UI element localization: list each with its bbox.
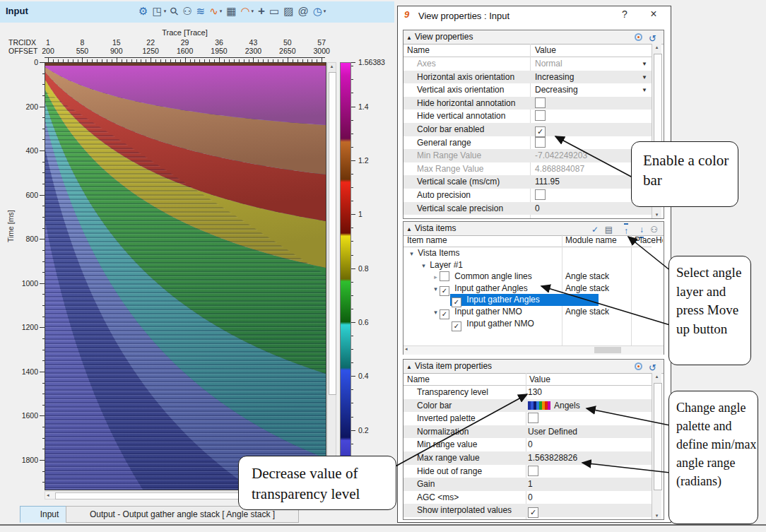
- checkbox-unchecked[interactable]: [528, 413, 538, 423]
- property-row[interactable]: Show interpolated values✓: [403, 504, 652, 517]
- property-row[interactable]: Max range value1.563828826: [403, 451, 652, 465]
- scroll-up-icon[interactable]: ▴: [652, 45, 661, 50]
- expander-open-icon[interactable]: ▾: [432, 307, 440, 319]
- scroll-left-icon[interactable]: ◂: [47, 492, 49, 498]
- property-row[interactable]: Vertical scale precision0: [403, 202, 652, 215]
- plot-vertical-scrollbar[interactable]: ▴ ▾: [327, 62, 336, 490]
- tree-item[interactable]: ▾✓ Input gather AnglesAngle stack: [403, 283, 652, 295]
- zoom-tool-icon[interactable]: ⚲: [170, 4, 178, 19]
- tree-item[interactable]: ▾ Vista Items: [403, 247, 652, 259]
- target-icon[interactable]: [635, 33, 642, 41]
- histogram-icon[interactable]: ◠▾: [240, 4, 254, 19]
- property-row[interactable]: Hide horizontal annotation: [403, 97, 652, 110]
- image-export-icon[interactable]: ▨: [283, 4, 293, 19]
- vista-items-header[interactable]: ▲Vista items ✓ ▤ ↑ ↓ ⚇: [403, 222, 664, 236]
- view-properties-header[interactable]: ▲View properties ↺: [403, 30, 664, 45]
- property-value[interactable]: 0: [528, 491, 533, 504]
- property-row[interactable]: Auto precision: [403, 189, 652, 202]
- property-value[interactable]: -7.042249203: [535, 149, 587, 162]
- property-row[interactable]: Color bar enabled✓: [403, 123, 652, 136]
- loupe-icon[interactable]: @: [297, 4, 308, 19]
- expander-closed-icon[interactable]: ▸: [432, 271, 440, 283]
- tree-item[interactable]: ▾ Layer #1: [403, 259, 652, 271]
- checkbox-unchecked[interactable]: [535, 137, 546, 148]
- target-icon[interactable]: [635, 362, 642, 370]
- property-row[interactable]: Transparency level130: [403, 386, 652, 399]
- checkbox-checked[interactable]: ✓: [452, 321, 461, 331]
- compass-icon[interactable]: ◷▾: [313, 4, 326, 19]
- property-value[interactable]: [528, 412, 538, 425]
- dropdown-arrow-icon[interactable]: ▼: [642, 84, 647, 97]
- property-row[interactable]: AxesNormal▼: [403, 57, 652, 71]
- dialog-close-button[interactable]: ×: [646, 8, 661, 20]
- property-value[interactable]: 1.563828826: [528, 451, 577, 465]
- collapse-triangle-icon[interactable]: ▲: [406, 364, 412, 370]
- property-value[interactable]: 111.95: [535, 175, 560, 189]
- property-value[interactable]: [535, 136, 546, 150]
- move-up-button[interactable]: ↑: [624, 223, 628, 238]
- vip-scrollbar[interactable]: ▴ ▾: [652, 373, 661, 519]
- checkbox-unchecked[interactable]: [528, 466, 538, 476]
- property-row[interactable]: Hide vertical annotation: [403, 110, 652, 123]
- property-value[interactable]: User Defined: [528, 425, 577, 439]
- property-value[interactable]: [535, 189, 546, 202]
- property-row[interactable]: NormalizationUser Defined: [403, 425, 652, 439]
- property-value[interactable]: [535, 97, 546, 110]
- comment-icon[interactable]: ▭: [269, 4, 279, 19]
- scroll-up-icon[interactable]: ▴: [328, 64, 336, 69]
- dropdown-caret-icon[interactable]: ▾: [324, 4, 326, 19]
- tree-scrollbar-thumb[interactable]: [594, 347, 621, 353]
- checkbox-unchecked[interactable]: [440, 271, 449, 281]
- seismic-angle-gather-plot[interactable]: [45, 62, 326, 490]
- property-row[interactable]: Min range value0: [403, 438, 652, 451]
- property-row[interactable]: Vertical scale (ms/cm)111.95: [403, 175, 652, 189]
- checkbox-unchecked[interactable]: [535, 110, 546, 121]
- property-row[interactable]: Gain1: [403, 478, 652, 491]
- property-value[interactable]: 1: [528, 478, 533, 491]
- checkbox-unchecked[interactable]: [535, 97, 546, 108]
- checkbox-checked[interactable]: ✓: [528, 507, 538, 518]
- expander-open-icon[interactable]: ▾: [420, 260, 428, 272]
- property-value[interactable]: ✓: [528, 504, 538, 518]
- scroll-down-icon[interactable]: ▾: [652, 513, 661, 519]
- palette-swatch[interactable]: [528, 401, 550, 409]
- expander-open-icon[interactable]: ▾: [432, 283, 440, 295]
- tree-item[interactable]: ▾✓ Input gather NMOAngle stack: [403, 306, 652, 318]
- property-row[interactable]: Max Range Value4.868884087: [403, 162, 652, 176]
- collapse-triangle-icon[interactable]: ▲: [406, 35, 412, 41]
- dropdown-arrow-icon[interactable]: ▼: [642, 58, 647, 71]
- tree-horizontal-scrollbar[interactable]: ◂: [403, 345, 664, 355]
- property-row[interactable]: AGC <ms>0: [403, 491, 652, 504]
- property-value[interactable]: [528, 465, 538, 478]
- dropdown-caret-icon[interactable]: ▾: [220, 4, 223, 19]
- checkbox-unchecked[interactable]: [535, 189, 546, 200]
- property-value[interactable]: 0: [535, 202, 540, 215]
- spreadsheet-icon[interactable]: ▦: [226, 4, 236, 19]
- property-row[interactable]: Color barAngels: [403, 399, 652, 413]
- property-row[interactable]: Inverted palette: [403, 412, 652, 425]
- property-value[interactable]: [535, 110, 546, 123]
- collapse-triangle-icon[interactable]: ▲: [406, 226, 412, 232]
- property-value[interactable]: Decreasing: [535, 83, 578, 97]
- layers-icon[interactable]: ≋: [196, 4, 206, 19]
- property-row[interactable]: General range: [403, 136, 652, 150]
- scroll-left-icon[interactable]: ◂: [405, 346, 408, 352]
- vertical-scrollbar-thumb[interactable]: [329, 72, 336, 395]
- property-value[interactable]: 130: [528, 386, 542, 399]
- property-value[interactable]: 4.868884087: [535, 162, 584, 176]
- tree-item[interactable]: ✓ Input gather Angles: [403, 294, 652, 306]
- property-row[interactable]: Vertical axis orientationDecreasing▼: [403, 83, 652, 97]
- property-value[interactable]: Angels: [528, 399, 580, 413]
- dialog-help-button[interactable]: ?: [618, 8, 632, 20]
- settings-gear-icon[interactable]: ⚙: [139, 4, 148, 19]
- tree-item[interactable]: ✓ Input gather NMO: [403, 318, 652, 330]
- scroll-up-icon[interactable]: ▴: [652, 374, 661, 379]
- scroll-down-icon[interactable]: ▾: [652, 212, 661, 218]
- property-value[interactable]: 0: [528, 438, 533, 451]
- dropdown-caret-icon[interactable]: ▾: [252, 4, 254, 19]
- dropdown-caret-icon[interactable]: ▾: [164, 4, 167, 19]
- crosshair-icon[interactable]: +: [258, 4, 265, 19]
- property-row[interactable]: Horizontal axis orientationIncreasing▼: [403, 71, 652, 84]
- select-mode-icon[interactable]: ◳▾: [152, 4, 166, 19]
- expander-open-icon[interactable]: ▾: [408, 248, 416, 260]
